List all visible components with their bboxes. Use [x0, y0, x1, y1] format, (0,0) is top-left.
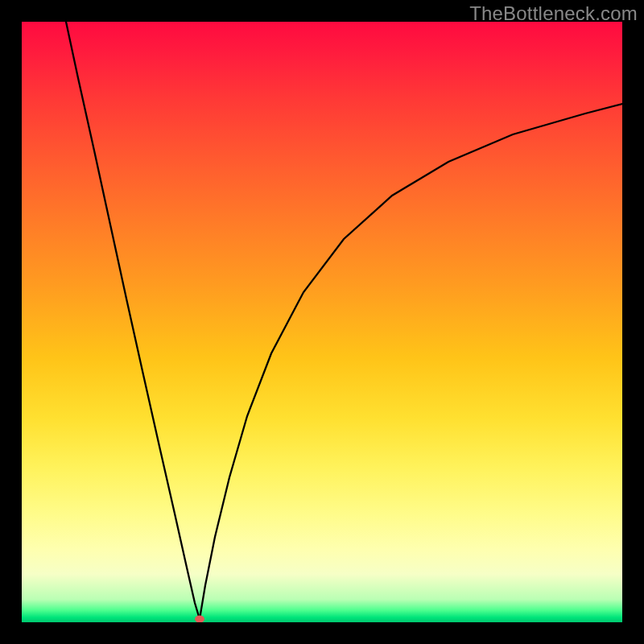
bottleneck-curve: [22, 22, 622, 622]
curve-left-branch: [66, 22, 200, 619]
plot-area: [22, 22, 622, 622]
curve-right-branch: [200, 104, 622, 619]
chart-frame: TheBottleneck.com: [0, 0, 644, 644]
minimum-marker: [195, 616, 204, 623]
